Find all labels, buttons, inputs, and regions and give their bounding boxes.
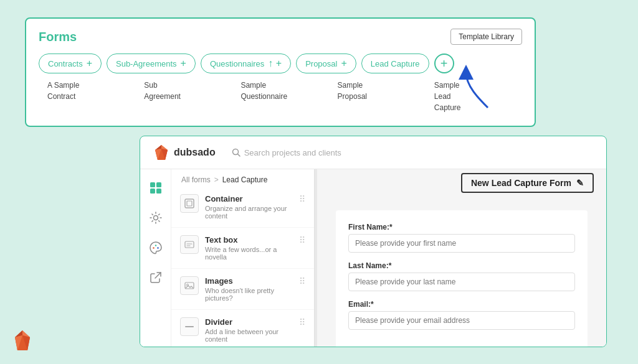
proposal-plus-icon[interactable]: +: [341, 58, 346, 69]
dubsado-body: All forms > Lead Capture Container Organ…: [140, 169, 606, 347]
svg-rect-8: [150, 182, 155, 187]
sub-agreements-content: SubAgreement: [135, 80, 232, 113]
textbox-name: Text box: [205, 235, 293, 245]
settings-icon[interactable]: [147, 209, 164, 226]
component-images[interactable]: Images Who doesn't like pretty pictures?…: [171, 269, 314, 310]
tab-questionnaires-label: Questionnaires: [210, 59, 264, 68]
dubsado-header: dubsado Search projects and clients: [140, 136, 606, 169]
last-name-input[interactable]: [348, 273, 575, 291]
divider-text: Divider Add a line between your content: [205, 317, 293, 343]
divider-icon: [180, 317, 199, 336]
svg-line-16: [155, 273, 161, 278]
tab-questionnaires[interactable]: Questionnaires ↑ +: [201, 54, 291, 73]
container-name: Container: [205, 194, 293, 203]
search-placeholder-text: Search projects and clients: [244, 148, 341, 157]
breadcrumb-parent[interactable]: All forms: [181, 175, 211, 184]
sidebar-icons: [140, 169, 171, 347]
svg-rect-11: [156, 189, 161, 194]
form-title-box[interactable]: New Lead Capture Form ✎: [461, 173, 594, 193]
svg-point-12: [153, 216, 158, 220]
email-field: Email:*: [348, 300, 575, 330]
forms-header: Forms Template Library: [39, 29, 522, 45]
dubsado-panel: dubsado Search projects and clients: [140, 136, 607, 347]
svg-rect-18: [187, 201, 192, 206]
textbox-drag-handle[interactable]: ⠿: [299, 235, 305, 245]
breadcrumb: All forms > Lead Capture: [171, 169, 314, 187]
textbox-description: Write a few words...or a novella: [205, 246, 293, 261]
breadcrumb-separator: >: [214, 175, 219, 184]
email-input[interactable]: [348, 311, 575, 330]
palette-icon[interactable]: [147, 239, 164, 256]
images-description: Who doesn't like pretty pictures?: [205, 287, 293, 302]
textbox-icon: [180, 235, 199, 254]
tab-contracts-label: Contracts: [48, 59, 83, 68]
divider-description: Add a line between your content: [205, 328, 293, 343]
email-label: Email:*: [348, 300, 575, 309]
bottom-logo: [11, 329, 34, 352]
component-textbox[interactable]: Text box Write a few words...or a novell…: [171, 228, 314, 269]
container-drag-handle[interactable]: ⠿: [299, 194, 305, 204]
images-drag-handle[interactable]: ⠿: [299, 276, 305, 286]
contracts-content: A SampleContract: [39, 80, 135, 113]
tabs-row: Contracts + Sub-Agreements + Questionnai…: [39, 54, 522, 73]
tab-lead-capture-label: Lead Capture: [371, 59, 420, 68]
template-library-button[interactable]: Template Library: [450, 29, 522, 45]
container-description: Organize and arrange your content: [205, 205, 293, 220]
container-text: Container Organize and arrange your cont…: [205, 194, 293, 220]
questionnaires-plus-icon[interactable]: ↑ +: [268, 58, 282, 69]
images-text: Images Who doesn't like pretty pictures?: [205, 276, 293, 302]
images-name: Images: [205, 276, 293, 286]
svg-rect-19: [185, 241, 194, 248]
first-name-label: First Name:*: [348, 223, 575, 231]
breadcrumb-current: Lead Capture: [222, 175, 268, 184]
divider-drag-handle[interactable]: ⠿: [299, 317, 305, 327]
forms-panel: Forms Template Library Contracts + Sub-A…: [25, 17, 536, 127]
contracts-plus-icon[interactable]: +: [87, 58, 92, 69]
form-title-text: New Lead Capture Form: [471, 178, 571, 188]
components-panel: All forms > Lead Capture Container Organ…: [171, 169, 315, 347]
search-icon: [232, 148, 240, 157]
images-icon: [180, 276, 199, 295]
tab-contracts[interactable]: Contracts +: [39, 54, 102, 73]
container-icon: [180, 194, 199, 213]
svg-point-15: [157, 247, 158, 248]
first-name-input[interactable]: [348, 234, 575, 253]
form-preview: New Lead Capture Form ✎ First Name:* Las…: [317, 169, 606, 347]
svg-rect-10: [150, 189, 155, 194]
content-row: A SampleContract SubAgreement SampleQues…: [39, 80, 522, 113]
forms-title: Forms: [39, 30, 77, 44]
first-name-field: First Name:*: [348, 223, 575, 253]
tab-sub-agreements[interactable]: Sub-Agreements +: [107, 54, 196, 73]
questionnaires-content: SampleQuestionnaire: [232, 80, 328, 113]
component-container[interactable]: Container Organize and arrange your cont…: [171, 187, 314, 228]
textbox-text: Text box Write a few words...or a novell…: [205, 235, 293, 261]
tab-sub-agreements-label: Sub-Agreements: [116, 59, 177, 68]
dubsado-logo: dubsado: [153, 144, 216, 161]
lead-capture-content: SampleLeadCapture: [426, 80, 522, 113]
form-preview-inner: First Name:* Last Name:* Email:*: [336, 210, 588, 347]
sub-agreements-plus-icon[interactable]: +: [181, 58, 186, 69]
search-bar[interactable]: Search projects and clients: [232, 148, 341, 157]
blocks-icon[interactable]: [147, 179, 164, 197]
dubsado-logo-text: dubsado: [174, 147, 216, 158]
component-divider[interactable]: Divider Add a line between your content …: [171, 310, 314, 347]
dubsado-gem-icon: [153, 144, 170, 161]
proposal-content: SampleProposal: [329, 80, 426, 113]
svg-rect-17: [185, 199, 194, 208]
last-name-field: Last Name:*: [348, 261, 575, 291]
svg-rect-9: [156, 182, 161, 187]
edit-icon[interactable]: ✎: [576, 178, 584, 188]
tab-lead-capture[interactable]: Lead Capture: [361, 54, 429, 73]
svg-point-14: [155, 245, 156, 246]
share-icon[interactable]: [147, 269, 164, 286]
svg-point-13: [153, 247, 154, 248]
svg-line-7: [237, 154, 240, 157]
tab-proposal[interactable]: Proposal +: [296, 54, 356, 73]
last-name-label: Last Name:*: [348, 261, 575, 270]
form-title-bar: New Lead Capture Form ✎: [317, 169, 606, 198]
add-form-button[interactable]: +: [434, 54, 454, 73]
divider-name: Divider: [205, 317, 293, 327]
tab-proposal-label: Proposal: [305, 59, 337, 68]
